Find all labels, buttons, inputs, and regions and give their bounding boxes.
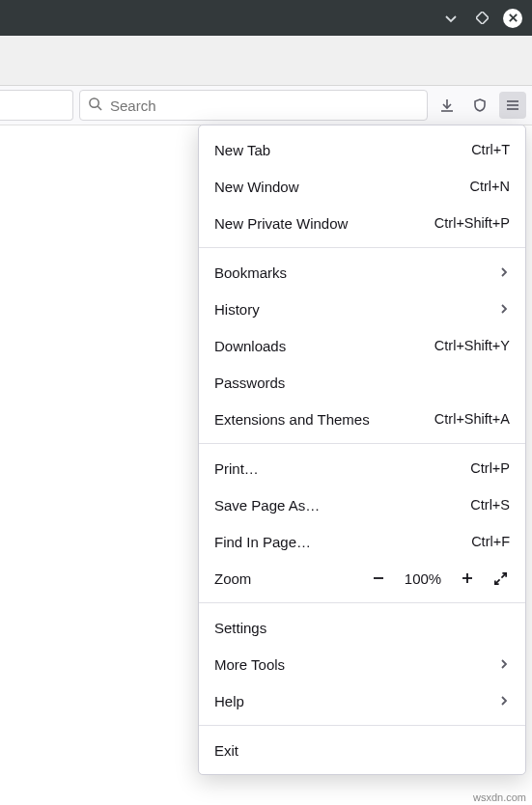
menu-separator bbox=[199, 443, 525, 444]
menu-item-label: More Tools bbox=[214, 656, 498, 673]
menu-item-accel: Ctrl+T bbox=[471, 142, 510, 157]
menu-exit[interactable]: Exit bbox=[199, 732, 525, 768]
menu-separator bbox=[199, 602, 525, 603]
zoom-in-button[interactable] bbox=[458, 571, 477, 585]
menu-item-label: Extensions and Themes bbox=[214, 411, 434, 428]
menu-separator bbox=[199, 247, 525, 248]
menu-downloads[interactable]: DownloadsCtrl+Shift+Y bbox=[199, 327, 525, 364]
chevron-right-icon bbox=[498, 656, 510, 673]
menu-group-4: SettingsMore ToolsHelp bbox=[199, 609, 525, 719]
toolbar bbox=[0, 86, 532, 125]
watermark: wsxdn.com bbox=[473, 791, 526, 803]
titlebar bbox=[0, 0, 532, 36]
minimize-button[interactable] bbox=[441, 9, 461, 28]
menu-help[interactable]: Help bbox=[199, 682, 525, 719]
menu-print[interactable]: Print…Ctrl+P bbox=[199, 450, 525, 486]
menu-bookmarks[interactable]: Bookmarks bbox=[199, 254, 525, 291]
menu-extensions[interactable]: Extensions and ThemesCtrl+Shift+A bbox=[199, 401, 525, 437]
search-input[interactable] bbox=[108, 97, 419, 115]
menu-item-label: New Window bbox=[214, 179, 470, 195]
fullscreen-button[interactable] bbox=[490, 571, 510, 586]
menu-find[interactable]: Find In Page…Ctrl+F bbox=[199, 523, 525, 560]
zoom-label: Zoom bbox=[214, 570, 355, 587]
url-bar[interactable] bbox=[0, 90, 73, 121]
svg-point-3 bbox=[90, 97, 98, 106]
shield-icon[interactable] bbox=[466, 92, 493, 119]
menu-settings[interactable]: Settings bbox=[199, 609, 525, 646]
menu-item-label: Find In Page… bbox=[214, 534, 471, 550]
menu-item-label: Downloads bbox=[214, 338, 434, 354]
close-button[interactable] bbox=[503, 9, 522, 28]
menu-item-label: Passwords bbox=[214, 375, 510, 391]
svg-line-4 bbox=[98, 106, 101, 110]
menu-group-3: Print…Ctrl+PSave Page As…Ctrl+SFind In P… bbox=[199, 450, 525, 560]
menu-item-label: New Tab bbox=[214, 142, 471, 158]
menu-group-5: Exit bbox=[199, 732, 525, 768]
chevron-right-icon bbox=[498, 264, 510, 281]
menu-new-tab[interactable]: New TabCtrl+T bbox=[199, 131, 525, 168]
menu-item-label: Settings bbox=[214, 620, 510, 636]
menu-separator bbox=[199, 725, 525, 726]
maximize-button[interactable] bbox=[472, 9, 491, 28]
menu-item-accel: Ctrl+Shift+A bbox=[434, 411, 510, 427]
menu-group-2: BookmarksHistoryDownloadsCtrl+Shift+YPas… bbox=[199, 254, 525, 437]
menu-item-label: New Private Window bbox=[214, 215, 434, 232]
menu-passwords[interactable]: Passwords bbox=[199, 364, 525, 401]
menu-item-label: History bbox=[214, 301, 498, 318]
menu-group-1: New TabCtrl+TNew WindowCtrl+NNew Private… bbox=[199, 131, 525, 241]
menu-more-tools[interactable]: More Tools bbox=[199, 646, 525, 682]
menu-zoom: Zoom 100% bbox=[199, 560, 525, 597]
menu-new-private-window[interactable]: New Private WindowCtrl+Shift+P bbox=[199, 205, 525, 241]
menu-item-accel: Ctrl+S bbox=[470, 497, 510, 513]
menu-item-label: Help bbox=[214, 693, 498, 709]
menu-item-accel: Ctrl+Shift+Y bbox=[434, 338, 510, 353]
downloads-button[interactable] bbox=[434, 92, 461, 119]
menu-history[interactable]: History bbox=[199, 291, 525, 327]
menu-item-label: Exit bbox=[214, 742, 510, 759]
chevron-right-icon bbox=[498, 301, 510, 318]
chevron-right-icon bbox=[498, 693, 510, 709]
menu-item-accel: Ctrl+F bbox=[471, 534, 510, 549]
hamburger-menu-button[interactable] bbox=[499, 92, 526, 119]
svg-rect-0 bbox=[476, 12, 489, 24]
menu-save-as[interactable]: Save Page As…Ctrl+S bbox=[199, 486, 525, 523]
menu-item-label: Save Page As… bbox=[214, 497, 470, 514]
search-icon bbox=[88, 97, 102, 115]
zoom-out-button[interactable] bbox=[369, 571, 388, 585]
search-box[interactable] bbox=[79, 90, 428, 121]
menu-item-label: Print… bbox=[214, 460, 470, 477]
app-menu-popup: New TabCtrl+TNew WindowCtrl+NNew Private… bbox=[198, 125, 526, 775]
menu-item-accel: Ctrl+N bbox=[470, 179, 511, 194]
zoom-value: 100% bbox=[402, 570, 444, 587]
menu-new-window[interactable]: New WindowCtrl+N bbox=[199, 168, 525, 205]
menu-item-accel: Ctrl+P bbox=[470, 460, 510, 476]
tab-strip bbox=[0, 36, 532, 86]
menu-item-label: Bookmarks bbox=[214, 264, 498, 281]
menu-item-accel: Ctrl+Shift+P bbox=[434, 215, 510, 231]
